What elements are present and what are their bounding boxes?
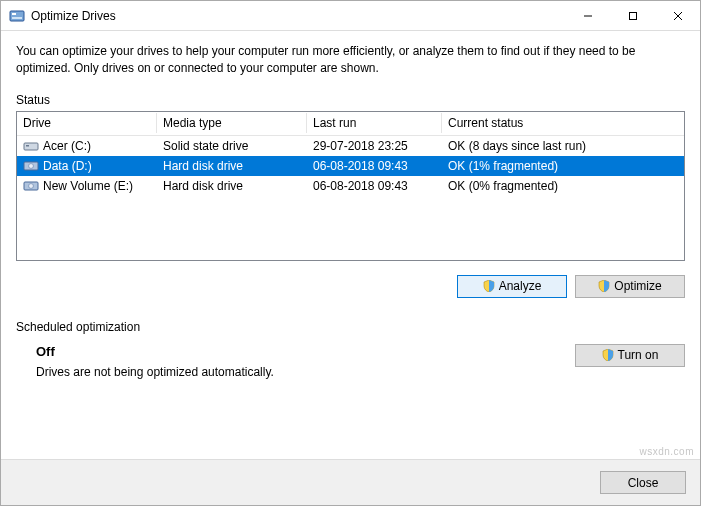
col-media[interactable]: Media type bbox=[157, 113, 307, 133]
svg-rect-1 bbox=[12, 13, 16, 15]
status-label: Status bbox=[16, 93, 685, 107]
window-title: Optimize Drives bbox=[31, 9, 116, 23]
svg-rect-8 bbox=[26, 145, 29, 147]
drive-icon bbox=[23, 140, 39, 152]
drive-status: OK (8 days since last run) bbox=[442, 136, 684, 156]
drive-status: OK (1% fragmented) bbox=[442, 156, 684, 176]
drive-status: OK (0% fragmented) bbox=[442, 176, 684, 196]
drive-media: Hard disk drive bbox=[157, 156, 307, 176]
drive-list[interactable]: Drive Media type Last run Current status… bbox=[16, 111, 685, 261]
table-row[interactable]: Data (D:)Hard disk drive06-08-2018 09:43… bbox=[17, 156, 684, 176]
svg-point-10 bbox=[29, 163, 34, 168]
drive-last-run: 29-07-2018 23:25 bbox=[307, 136, 442, 156]
drive-name: Data (D:) bbox=[43, 159, 92, 173]
titlebar: Optimize Drives bbox=[1, 1, 700, 31]
maximize-button[interactable] bbox=[610, 1, 655, 30]
drive-media: Solid state drive bbox=[157, 136, 307, 156]
optimize-button[interactable]: Optimize bbox=[575, 275, 685, 298]
drive-last-run: 06-08-2018 09:43 bbox=[307, 176, 442, 196]
optimize-drives-icon bbox=[9, 8, 25, 24]
shield-icon bbox=[602, 349, 614, 361]
col-run[interactable]: Last run bbox=[307, 113, 442, 133]
shield-icon bbox=[598, 280, 610, 292]
close-button[interactable]: Close bbox=[600, 471, 686, 494]
drive-name: New Volume (E:) bbox=[43, 179, 133, 193]
shield-icon bbox=[483, 280, 495, 292]
svg-rect-4 bbox=[629, 12, 636, 19]
turn-on-button[interactable]: Turn on bbox=[575, 344, 685, 367]
description-text: You can optimize your drives to help you… bbox=[16, 43, 685, 77]
drive-icon bbox=[23, 180, 39, 192]
schedule-label: Scheduled optimization bbox=[16, 320, 685, 334]
svg-point-12 bbox=[29, 183, 34, 188]
analyze-button[interactable]: Analyze bbox=[457, 275, 567, 298]
schedule-state-desc: Drives are not being optimized automatic… bbox=[36, 365, 575, 379]
col-drive[interactable]: Drive bbox=[17, 113, 157, 133]
svg-rect-0 bbox=[10, 11, 24, 21]
drive-name: Acer (C:) bbox=[43, 139, 91, 153]
table-row[interactable]: New Volume (E:)Hard disk drive06-08-2018… bbox=[17, 176, 684, 196]
list-header: Drive Media type Last run Current status bbox=[17, 112, 684, 136]
turn-on-label: Turn on bbox=[618, 348, 659, 362]
analyze-label: Analyze bbox=[499, 279, 542, 293]
optimize-label: Optimize bbox=[614, 279, 661, 293]
col-status[interactable]: Current status bbox=[442, 113, 684, 133]
bottom-bar: Close bbox=[1, 459, 700, 505]
drive-icon bbox=[23, 160, 39, 172]
svg-rect-2 bbox=[12, 17, 22, 19]
drive-media: Hard disk drive bbox=[157, 176, 307, 196]
watermark: wsxdn.com bbox=[639, 446, 694, 457]
drive-last-run: 06-08-2018 09:43 bbox=[307, 156, 442, 176]
schedule-section: Scheduled optimization Off Drives are no… bbox=[16, 320, 685, 379]
action-buttons: Analyze Optimize bbox=[16, 275, 685, 298]
close-window-button[interactable] bbox=[655, 1, 700, 30]
table-row[interactable]: Acer (C:)Solid state drive29-07-2018 23:… bbox=[17, 136, 684, 156]
content-area: You can optimize your drives to help you… bbox=[1, 31, 700, 379]
schedule-state: Off bbox=[36, 344, 575, 359]
close-label: Close bbox=[628, 476, 659, 490]
minimize-button[interactable] bbox=[565, 1, 610, 30]
